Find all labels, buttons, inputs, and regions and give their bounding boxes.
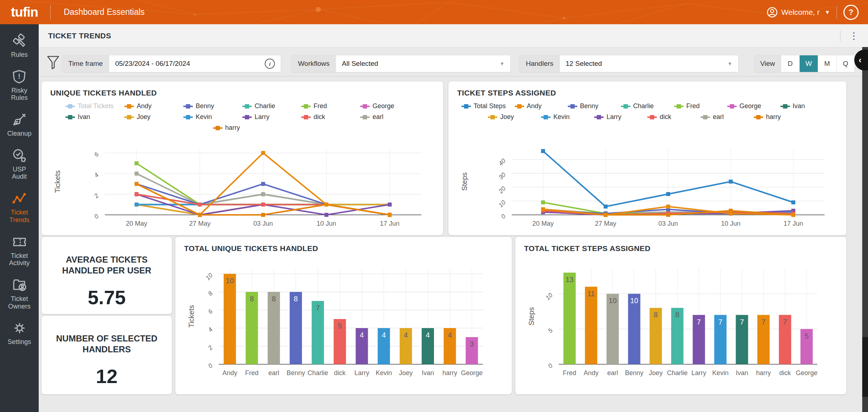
main-content: TICKET TRENDS ⋮ Time frame 05/23/2024 - … [39, 24, 868, 412]
legend-item-joey[interactable]: Joey [488, 113, 541, 121]
legend-item-kevin[interactable]: Kevin [541, 113, 594, 121]
svg-text:40: 40 [497, 157, 507, 167]
legend-marker [301, 104, 311, 109]
legend-item-benny[interactable]: Benny [183, 102, 242, 110]
legend-item-fred[interactable]: Fred [301, 102, 360, 110]
sidebar-item-ticket-owners[interactable]: TicketOwners [0, 278, 39, 310]
legend-item-george[interactable]: George [727, 102, 780, 110]
legend: Total TicketsAndyBennyCharlieFredGeorgeI… [42, 102, 443, 132]
sidebar-item-cleanup[interactable]: Cleanup [0, 112, 39, 137]
legend-item-fred[interactable]: Fred [674, 102, 727, 110]
svg-text:harry: harry [756, 369, 771, 377]
sidebar-item-usp-audit[interactable]: USPAudit [0, 148, 39, 180]
svg-text:earl: earl [607, 369, 618, 377]
legend-item-dick[interactable]: dick [301, 113, 360, 121]
legend-marker [183, 104, 193, 109]
svg-text:Ivan: Ivan [422, 369, 434, 377]
legend-label: earl [713, 113, 724, 121]
workflows-filter: Workflows All Selected ▼ [291, 55, 511, 72]
unique-tickets-line-chart: 024620 May27 May03 Jun10 Jun17 JunTicket… [51, 142, 434, 232]
legend-label: earl [373, 113, 383, 121]
kebab-menu-icon[interactable]: ⋮ [846, 31, 861, 41]
legend-item-dick[interactable]: dick [647, 113, 701, 121]
user-menu[interactable]: Welcome, r ▼ [767, 7, 830, 18]
info-icon[interactable]: i [265, 59, 275, 69]
trend-line-icon [12, 191, 27, 206]
svg-text:10: 10 [630, 297, 638, 305]
svg-text:Kevin: Kevin [376, 369, 392, 377]
card-title: TICKET STEPS ASSIGNED [448, 81, 846, 97]
svg-text:8: 8 [294, 295, 298, 303]
svg-text:10: 10 [226, 277, 234, 285]
legend-item-total-tickets[interactable]: Total Tickets [65, 102, 124, 110]
card-title: UNIQUE TICKETS HANDLED [42, 81, 443, 97]
legend-label: Ivan [793, 102, 805, 110]
svg-text:7: 7 [783, 318, 787, 326]
workflows-select[interactable]: All Selected ▼ [336, 55, 510, 72]
svg-text:George: George [461, 369, 483, 377]
gear-icon [12, 321, 27, 335]
help-button[interactable]: ? [843, 5, 859, 20]
legend-item-earl[interactable]: earl [360, 113, 419, 121]
page-title: TICKET TRENDS [39, 31, 111, 40]
view-option-q[interactable]: Q [836, 55, 855, 72]
folder-user-icon [12, 278, 27, 292]
legend-item-joey[interactable]: Joey [124, 113, 183, 121]
page-title-bar: TICKET TRENDS ⋮ [39, 24, 868, 47]
legend-label: Ivan [78, 113, 90, 121]
view-option-d[interactable]: D [781, 55, 799, 72]
legend-item-george[interactable]: George [360, 102, 419, 110]
svg-text:earl: earl [268, 369, 279, 377]
handlers-select[interactable]: 12 Selected ▼ [560, 55, 738, 72]
legend-marker [360, 115, 370, 120]
legend-item-charlie[interactable]: Charlie [242, 102, 301, 110]
legend-item-larry[interactable]: Larry [594, 113, 647, 121]
legend-marker [124, 104, 134, 109]
sidebar-item-settings[interactable]: Settings [0, 321, 39, 346]
legend-marker [124, 115, 134, 120]
sidebar-item-risky-rules[interactable]: !RiskyRules [0, 69, 39, 102]
svg-text:Charlie: Charlie [307, 369, 328, 377]
legend-item-kevin[interactable]: Kevin [183, 113, 242, 121]
legend-item-ivan[interactable]: Ivan [65, 113, 124, 121]
legend-item-harry[interactable]: harry [213, 124, 272, 132]
chevron-down-icon: ▼ [823, 9, 830, 15]
legend-label: dick [314, 113, 325, 121]
legend-item-earl[interactable]: earl [701, 113, 754, 121]
sidebar-item-ticket-trends[interactable]: TicketTrends [0, 191, 39, 224]
svg-text:5: 5 [338, 322, 342, 330]
svg-text:7: 7 [761, 318, 765, 326]
scrollbar-thumb[interactable] [862, 337, 868, 397]
svg-text:Benny: Benny [625, 369, 643, 377]
legend-item-larry[interactable]: Larry [242, 113, 301, 121]
legend-item-andy[interactable]: Andy [124, 102, 183, 110]
svg-text:Fred: Fred [245, 369, 259, 377]
legend-marker [360, 104, 370, 109]
legend-marker [301, 115, 311, 120]
svg-text:8: 8 [675, 311, 679, 319]
legend-marker [541, 115, 550, 120]
legend-marker [674, 104, 684, 109]
view-option-w[interactable]: W [799, 55, 818, 72]
stat-value: 5.75 [88, 286, 125, 309]
svg-text:Fred: Fred [563, 369, 576, 377]
legend-item-harry[interactable]: harry [754, 113, 807, 121]
legend-item-total-steps[interactable]: Total Steps [461, 102, 515, 110]
legend-item-benny[interactable]: Benny [568, 102, 621, 110]
legend-item-andy[interactable]: Andy [515, 102, 568, 110]
svg-text:03 Jun: 03 Jun [253, 220, 273, 227]
svg-text:0: 0 [93, 213, 101, 220]
time-frame-input[interactable]: 05/23/2024 - 06/17/2024 i [109, 55, 281, 72]
sidebar-item-ticket-activity[interactable]: TicketActivity [0, 235, 39, 267]
view-option-m[interactable]: M [818, 55, 836, 72]
welcome-text: Welcome, r [781, 8, 820, 17]
svg-text:30: 30 [497, 171, 507, 181]
legend-marker [780, 104, 790, 109]
legend-item-charlie[interactable]: Charlie [621, 102, 674, 110]
svg-text:Tickets: Tickets [187, 305, 195, 328]
legend-marker [183, 115, 193, 120]
legend-item-ivan[interactable]: Ivan [780, 102, 834, 110]
legend-marker [647, 115, 657, 120]
sidebar-item-rules[interactable]: Rules [0, 34, 39, 59]
legend-marker [242, 115, 252, 120]
